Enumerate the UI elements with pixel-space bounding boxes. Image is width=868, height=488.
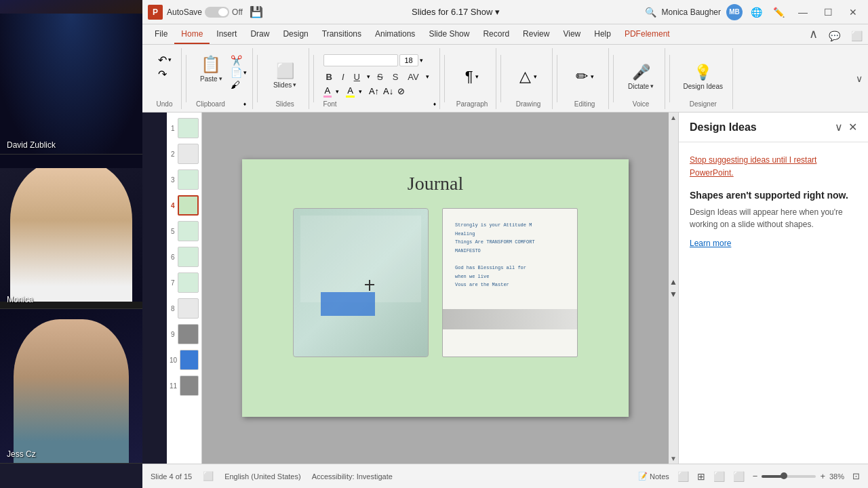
tab-transitions[interactable]: Transitions [315, 25, 368, 44]
slides-button[interactable]: ⬜ Slides ▾ [269, 60, 300, 92]
scroll-down-arrow[interactable]: ▼ [669, 289, 677, 299]
slide-thumb-img-3[interactable] [178, 169, 199, 190]
drawing-icon[interactable]: △ [519, 68, 531, 85]
globe-button[interactable]: 🌐 [748, 7, 765, 18]
cut-button[interactable]: ✂️ [231, 55, 242, 66]
drawing-dropdown[interactable]: ▾ [534, 73, 537, 80]
dictate-button[interactable]: 🎤 Dictate ▾ [624, 61, 658, 93]
tab-home[interactable]: Home [174, 25, 210, 44]
clipboard-expand-button[interactable]: ⬧ [243, 100, 247, 107]
slide-thumb-img-9[interactable] [178, 324, 199, 344]
tab-slideshow[interactable]: Slide Show [422, 25, 476, 44]
pen-button[interactable]: ✏️ [770, 7, 787, 18]
tab-help[interactable]: Help [587, 25, 618, 44]
shadow-button[interactable]: S [390, 70, 401, 83]
charspace-button[interactable]: AV [405, 70, 421, 83]
slide-thumb-9[interactable]: 9 [170, 324, 199, 344]
ribbon-collapse-button[interactable]: ∧ [804, 24, 823, 44]
slide-thumb-2[interactable]: 2 [170, 144, 199, 164]
slide-thumb-img-1[interactable] [178, 118, 199, 138]
slide-sorter-button[interactable]: ⊞ [697, 471, 705, 482]
tab-view[interactable]: View [556, 25, 587, 44]
tab-file[interactable]: File [148, 25, 174, 44]
format-painter-button[interactable]: 🖌 [231, 79, 240, 90]
strikethrough-button[interactable]: S [374, 70, 386, 83]
copy-button[interactable]: 📄 [231, 67, 242, 78]
slide-thumb-7[interactable]: 7 [170, 272, 199, 293]
learn-more-link[interactable]: Learn more [690, 239, 857, 248]
font-color-dropdown[interactable]: ▾ [336, 88, 339, 95]
slide-size-icon[interactable]: ⬜ [203, 471, 214, 481]
undo-button[interactable]: ↶ [158, 54, 167, 66]
paragraph-icon[interactable]: ¶ [465, 68, 473, 85]
slide-thumb-5[interactable]: 5 [170, 221, 199, 241]
zoom-level[interactable]: 38% [829, 472, 844, 481]
underline-button[interactable]: U [351, 70, 363, 83]
reading-view-button[interactable]: ⬜ [713, 471, 725, 482]
zoom-out-button[interactable]: − [753, 471, 758, 481]
redo-button[interactable]: ↷ [158, 68, 172, 81]
scroll-up-button[interactable]: ▲ [670, 114, 677, 121]
design-ideas-button[interactable]: 💡 Design Ideas [679, 61, 727, 93]
tab-pdfelement[interactable]: PDFelement [618, 25, 677, 44]
scroll-down-button[interactable]: ▼ [670, 455, 677, 462]
slide-thumb-3[interactable]: 3 [170, 169, 199, 190]
minimize-button[interactable]: — [793, 7, 813, 18]
increase-font-button[interactable]: A↑ [369, 86, 379, 96]
slide-thumb-8[interactable]: 8 [170, 298, 199, 319]
accessibility-status[interactable]: Accessibility: Investigate [312, 472, 393, 481]
ribbon-more-button[interactable]: ∨ [856, 73, 863, 84]
slide-thumb-img-7[interactable] [178, 272, 199, 293]
autosave-toggle[interactable] [205, 7, 229, 18]
slide-thumb-4[interactable]: 4 [170, 195, 199, 216]
font-expand-button[interactable]: ⬧ [433, 100, 437, 107]
journal-image-1[interactable] [293, 208, 429, 357]
slide-thumb-img-11[interactable] [180, 375, 199, 396]
normal-view-button[interactable]: ⬜ [677, 471, 689, 482]
close-button[interactable]: ✕ [844, 7, 863, 18]
zoom-in-button[interactable]: + [820, 471, 825, 481]
slide-thumb-11[interactable]: 11 [170, 375, 199, 396]
zoom-slider[interactable] [762, 475, 816, 478]
bold-button[interactable]: B [323, 70, 335, 83]
design-panel-close-button[interactable]: ✕ [848, 121, 857, 134]
undo-dropdown-button[interactable]: ▾ [168, 56, 172, 63]
font-color-button[interactable]: A [323, 85, 332, 98]
font-size-input[interactable] [399, 54, 418, 66]
highlight-dropdown[interactable]: ▾ [359, 88, 362, 95]
presenter-view-button[interactable]: ⬜ [733, 471, 745, 482]
slide-thumb-img-5[interactable] [178, 221, 199, 241]
tab-draw[interactable]: Draw [243, 25, 276, 44]
italic-button[interactable]: I [339, 70, 347, 83]
share-button[interactable]: ⬜ [846, 28, 868, 44]
tab-design[interactable]: Design [276, 25, 315, 44]
fit-slide-button[interactable]: ⊡ [852, 471, 860, 481]
maximize-button[interactable]: ☐ [818, 7, 838, 18]
main-slide-area[interactable]: Journal Strongly is your Attitude [206, 126, 665, 450]
tab-record[interactable]: Record [476, 25, 516, 44]
paragraph-dropdown[interactable]: ▾ [475, 73, 479, 80]
editing-icon[interactable]: ✏ [576, 68, 588, 85]
notes-button[interactable]: 📝 Notes [638, 472, 669, 481]
decrease-font-button[interactable]: A↓ [383, 86, 393, 96]
tab-animations[interactable]: Animations [368, 25, 422, 44]
font-name-input[interactable] [323, 54, 398, 66]
comments-button[interactable]: 💬 [823, 28, 846, 44]
slide-thumb-10[interactable]: 10 [170, 350, 199, 370]
slide-thumb-img-4[interactable] [178, 195, 199, 216]
slide-thumb-img-10[interactable] [180, 350, 199, 370]
slide-thumb-img-2[interactable] [178, 144, 199, 164]
editing-dropdown[interactable]: ▾ [591, 73, 594, 80]
title-dropdown-icon[interactable]: ▾ [495, 7, 500, 17]
underline-dropdown[interactable]: ▾ [367, 73, 370, 80]
highlight-button[interactable]: A [346, 85, 355, 98]
slide-thumb-img-8[interactable] [178, 298, 199, 319]
journal-image-2[interactable]: Strongly is your Attitude M Healing Thin… [442, 208, 578, 357]
copy-dropdown-button[interactable]: ▾ [243, 69, 247, 76]
save-button[interactable]: 💾 [250, 5, 263, 18]
stop-suggest-link[interactable]: Stop suggesting ideas until I restart Po… [690, 155, 816, 178]
slide-thumb-img-6[interactable] [178, 247, 199, 267]
slide-thumb-6[interactable]: 6 [170, 247, 199, 267]
tab-insert[interactable]: Insert [210, 25, 243, 44]
slide-thumb-1[interactable]: 1 [170, 118, 199, 138]
